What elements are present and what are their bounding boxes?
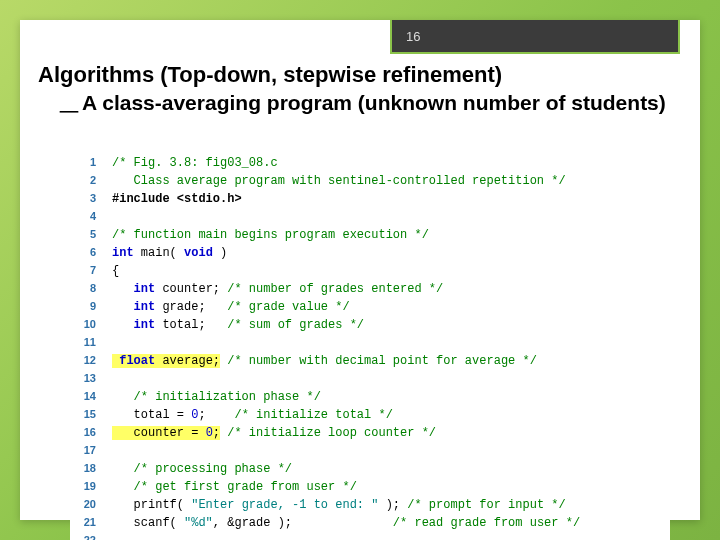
code-line: 4 <box>70 208 670 226</box>
code-line: 21 scanf( "%d", &grade ); /* read grade … <box>70 514 670 532</box>
code-line: 10 int total; /* sum of grades */ <box>70 316 670 334</box>
bullet-icon: ⸏ <box>60 94 78 114</box>
page-number: 16 <box>406 29 420 44</box>
code-line: 14 /* initialization phase */ <box>70 388 670 406</box>
code-line: 16 counter = 0; /* initialize loop count… <box>70 424 670 442</box>
code-block: 1/* Fig. 3.8: fig03_08.c 2 Class average… <box>70 154 670 540</box>
code-line: 6int main( void ) <box>70 244 670 262</box>
code-line: 7{ <box>70 262 670 280</box>
code-line: 17 <box>70 442 670 460</box>
header-bar: 16 <box>390 20 680 54</box>
slide: 16 Algorithms (Top-down, stepwise refine… <box>20 20 700 520</box>
code-line: 15 total = 0; /* initialize total */ <box>70 406 670 424</box>
code-line: 12 float average; /* number with decimal… <box>70 352 670 370</box>
code-line: 13 <box>70 370 670 388</box>
code-line: 18 /* processing phase */ <box>70 460 670 478</box>
slide-subtitle: ⸏A class-averaging program (unknown numb… <box>60 90 680 116</box>
code-line: 19 /* get first grade from user */ <box>70 478 670 496</box>
code-line: 8 int counter; /* number of grades enter… <box>70 280 670 298</box>
code-line: 3#include <stdio.h> <box>70 190 670 208</box>
code-line: 2 Class average program with sentinel-co… <box>70 172 670 190</box>
code-line: 20 printf( "Enter grade, -1 to end: " );… <box>70 496 670 514</box>
code-line: 11 <box>70 334 670 352</box>
code-line: 22 <box>70 532 670 540</box>
code-line: 5/* function main begins program executi… <box>70 226 670 244</box>
code-line: 1/* Fig. 3.8: fig03_08.c <box>70 154 670 172</box>
slide-title: Algorithms (Top-down, stepwise refinemen… <box>38 62 502 88</box>
code-line: 9 int grade; /* grade value */ <box>70 298 670 316</box>
subtitle-text: A class-averaging program (unknown numbe… <box>82 91 666 114</box>
